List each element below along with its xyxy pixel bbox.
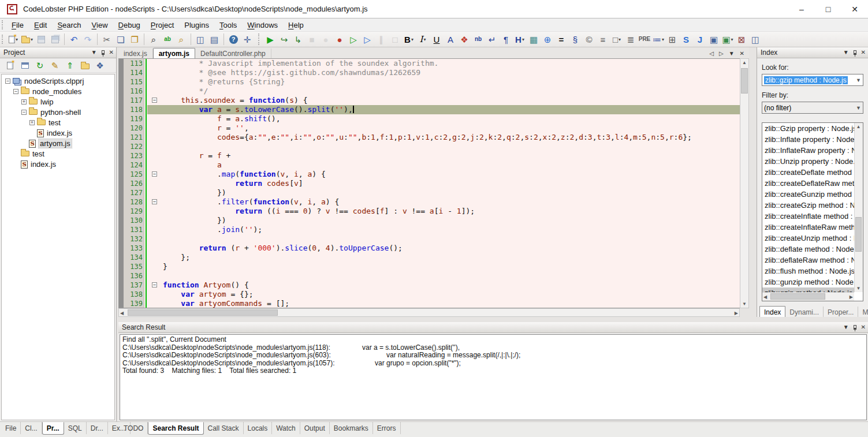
bottom-tab-Watch[interactable]: Watch bbox=[272, 422, 300, 434]
editor-horizontal-scrollbar[interactable]: ◀ ▶ bbox=[118, 308, 740, 317]
bottom-tab-Errors[interactable]: Errors bbox=[373, 422, 401, 434]
run-script-button[interactable]: ▷ bbox=[361, 33, 374, 46]
chevron-down-icon[interactable]: ▼ bbox=[856, 77, 861, 83]
search-result-content[interactable]: Find all ".split", Current Document C:\U… bbox=[120, 334, 867, 420]
scroll-right-icon[interactable]: ▶ bbox=[850, 294, 853, 300]
code-line[interactable]: 122 bbox=[119, 142, 740, 151]
step-into-button[interactable]: ↳ bbox=[292, 33, 304, 46]
index-list-item[interactable]: zlib::deflate method : Node.js bbox=[762, 244, 854, 255]
dropdown-caret-icon[interactable]: ▾ bbox=[31, 37, 33, 42]
code-line[interactable]: 138 var artyom = {}; bbox=[119, 290, 740, 299]
index-list-item[interactable]: zlib::createDeflate method : Node.js bbox=[762, 167, 854, 178]
index-list-item[interactable]: zlib::createDeflateRaw method : Node.js bbox=[762, 178, 854, 189]
close-icon[interactable]: ✕ bbox=[861, 324, 866, 330]
code-line[interactable]: 114 * @see https://gist.github.com/shawn… bbox=[119, 68, 740, 77]
menu-file[interactable]: File bbox=[6, 20, 29, 31]
expand-icon[interactable]: + bbox=[29, 120, 35, 125]
document-tab-artyom.js[interactable]: artyom.js bbox=[153, 48, 195, 58]
code-line[interactable]: 133 return (r + '000').slice(0, 4).toUpp… bbox=[119, 244, 740, 253]
code-area[interactable]: 113 * Javascript implementation of the s… bbox=[118, 58, 740, 308]
index-vertical-scrollbar[interactable]: ▲ ▼ bbox=[854, 123, 863, 292]
paste-button[interactable]: ❐ bbox=[128, 33, 141, 46]
code-line[interactable]: 136 bbox=[119, 271, 740, 281]
search-result-row[interactable]: C:\Users\sdkca\Desktop\nodeScripts\node_… bbox=[122, 344, 864, 352]
dock-tab-SQL[interactable]: SQL bbox=[64, 422, 87, 434]
open-containing-folder-button[interactable] bbox=[78, 59, 92, 72]
index-list-item[interactable]: zlib::gzip method : Node.js bbox=[762, 287, 854, 292]
list-button[interactable]: ≔▾ bbox=[652, 33, 665, 46]
bottom-tab-Bookmarks[interactable]: Bookmarks bbox=[330, 422, 373, 434]
bottom-tab-SearchResult[interactable]: Search Result bbox=[148, 422, 203, 435]
collapse-icon[interactable]: − bbox=[21, 110, 27, 115]
code-line[interactable]: 132 bbox=[119, 234, 740, 244]
code-line[interactable]: 135} bbox=[119, 262, 740, 271]
tree-item-index.js[interactable]: Sindex.js bbox=[2, 128, 114, 138]
horizontal-rule-button[interactable]: = bbox=[555, 33, 568, 46]
bottom-tab-Output[interactable]: Output bbox=[300, 422, 330, 434]
border-button[interactable]: □▾ bbox=[610, 33, 623, 46]
tree-item-test[interactable]: +test bbox=[2, 117, 114, 128]
replace-button[interactable]: ab bbox=[161, 33, 174, 46]
underline-button[interactable]: U bbox=[430, 33, 443, 46]
insert-table-button[interactable]: ⊞ bbox=[666, 33, 679, 46]
fold-collapse-icon[interactable]: − bbox=[152, 171, 157, 177]
index-list-item[interactable]: zlib::InflateRaw property : Node.js bbox=[762, 145, 854, 156]
tree-item-python-shell[interactable]: −python-shell bbox=[2, 107, 114, 117]
scroll-down-icon[interactable]: ▼ bbox=[740, 301, 748, 307]
help-button[interactable]: ? bbox=[227, 33, 240, 46]
upload-button[interactable]: ⇑ bbox=[63, 59, 77, 72]
code-line[interactable]: 130 }) bbox=[119, 216, 740, 225]
insert-image-button[interactable]: ▦ bbox=[527, 33, 540, 46]
index-list-item[interactable]: zlib::Gzip property : Node.js bbox=[762, 123, 854, 134]
dropdown-caret-icon[interactable]: ▾ bbox=[423, 37, 426, 42]
minimize-button[interactable]: – bbox=[788, 1, 815, 18]
copyright-symbol-button[interactable]: © bbox=[583, 33, 595, 46]
tree-item-nodeScripts.clpprj[interactable]: −nodeScripts.clpprj bbox=[2, 76, 114, 86]
insert-anchor-button[interactable]: ⊕ bbox=[541, 33, 554, 46]
tree-item-node_modules[interactable]: −node_modules bbox=[2, 86, 114, 96]
code-line[interactable]: 116 */ bbox=[119, 87, 740, 96]
font-color-button[interactable]: A bbox=[444, 33, 457, 46]
bottom-tab-TODO[interactable]: TODO bbox=[120, 422, 148, 434]
start-debug-button[interactable]: ▶ bbox=[264, 33, 277, 46]
non-breaking-space-button[interactable]: nb bbox=[472, 33, 485, 46]
scroll-up-icon[interactable]: ▲ bbox=[740, 60, 748, 65]
collapse-icon[interactable]: − bbox=[5, 79, 10, 84]
italic-button[interactable]: I▾ bbox=[416, 33, 429, 46]
code-line[interactable]: 127 }) bbox=[119, 188, 740, 197]
scroll-thumb[interactable] bbox=[855, 217, 862, 252]
close-document-icon[interactable]: ✕ bbox=[740, 50, 744, 57]
dropdown-caret-icon[interactable]: ▾ bbox=[662, 37, 664, 42]
add-new-item-button[interactable]: ✶ bbox=[3, 59, 17, 72]
maximize-button[interactable]: □ bbox=[815, 1, 841, 18]
open-file-button[interactable]: ▾ bbox=[21, 33, 33, 46]
line-break-button[interactable]: ↵ bbox=[486, 33, 498, 46]
panel-tab-Proper[interactable]: Proper... bbox=[824, 307, 858, 318]
expand-icon[interactable]: + bbox=[21, 99, 27, 104]
menu-debug[interactable]: Debug bbox=[113, 20, 146, 31]
panel-tab-Map[interactable]: Map bbox=[858, 307, 868, 318]
heading-button[interactable]: H▾ bbox=[513, 33, 526, 46]
dropdown-caret-icon[interactable]: ▾ bbox=[731, 37, 733, 42]
active-files-list-icon[interactable]: ▼ bbox=[729, 50, 735, 57]
split-view-button[interactable]: ◫ bbox=[194, 33, 207, 46]
index-list-item[interactable]: zlib::flush method : Node.js bbox=[762, 266, 854, 277]
new-file-button[interactable]: ✶▾ bbox=[7, 33, 20, 46]
remove-breakpoints-button[interactable]: ● bbox=[333, 33, 346, 46]
add-existing-item-button[interactable] bbox=[18, 59, 32, 72]
menu-edit[interactable]: Edit bbox=[29, 20, 52, 31]
menu-gripper[interactable] bbox=[2, 20, 3, 29]
search-result-row[interactable]: C:\Users\sdkca\Desktop\nodeScripts\node_… bbox=[122, 352, 864, 360]
menu-help[interactable]: Help bbox=[283, 20, 309, 31]
panel-menu-icon[interactable]: ▼ bbox=[91, 50, 97, 55]
menu-project[interactable]: Project bbox=[146, 20, 179, 31]
scroll-up-icon[interactable]: ▲ bbox=[855, 124, 862, 129]
form-elements-button[interactable]: ▣▾ bbox=[721, 33, 734, 46]
code-line[interactable]: 139 var artyomCommands = []; bbox=[119, 299, 740, 308]
search-result-row[interactable]: C:\Users\sdkca\Desktop\nodeScripts\node_… bbox=[122, 360, 864, 368]
fold-collapse-icon[interactable]: − bbox=[152, 98, 157, 103]
pin-icon[interactable] bbox=[854, 325, 856, 330]
collapse-icon[interactable]: − bbox=[13, 89, 18, 94]
find-in-files-button[interactable]: ⌕ bbox=[175, 33, 188, 46]
index-horizontal-scrollbar[interactable]: ◀ ▶ bbox=[762, 292, 854, 301]
